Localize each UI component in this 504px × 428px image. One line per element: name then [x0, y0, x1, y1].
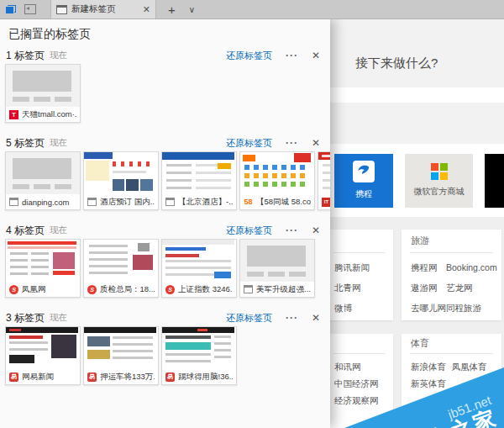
tab-group: 4 标签页现在还原标签页···✕S凤凰网S质检总局：18...S上证指数 324…: [0, 222, 330, 298]
site-link[interactable]: 中国经济网: [334, 376, 379, 393]
site-link[interactable]: 遨游网: [411, 278, 446, 299]
group-more-icon[interactable]: ···: [286, 137, 298, 149]
site-link[interactable]: 同程旅游: [446, 299, 497, 319]
tile-microsoft-store[interactable]: 微软官方商城: [405, 154, 473, 208]
site-link[interactable]: 凤凰体育: [452, 359, 493, 376]
tab-thumbnail-preview: [240, 152, 314, 194]
generic-page-favicon: [9, 198, 18, 206]
site-link[interactable]: 经济观察网: [334, 393, 379, 410]
card-column: [379, 359, 385, 410]
group-more-icon[interactable]: ···: [286, 225, 298, 236]
tab-thumbnail-preview: [6, 240, 80, 282]
tab-thumbnail-card[interactable]: 酒店预订 国内...: [83, 151, 159, 210]
group-close-icon[interactable]: ✕: [312, 137, 320, 149]
tab-thumbnail-title: 上证指数 3246...: [178, 284, 233, 295]
site-link[interactable]: Booking.com: [446, 258, 497, 278]
card-columns: 和讯网中国经济网经济观察网: [330, 354, 393, 410]
generic-page-favicon: [87, 198, 97, 206]
netease-favicon: 易: [165, 373, 175, 382]
group-close-icon[interactable]: ✕: [312, 50, 320, 61]
set-tabs-aside-button[interactable]: [20, 0, 40, 18]
tab-thumbnail-preview: [6, 327, 80, 369]
card-column: 和讯网中国经济网经济观察网: [334, 359, 379, 410]
group-more-icon[interactable]: ···: [286, 50, 298, 61]
group-close-icon[interactable]: ✕: [312, 225, 320, 236]
tabs-set-aside-button[interactable]: [0, 0, 20, 18]
site-link[interactable]: 携程网: [411, 258, 446, 278]
browser-tab[interactable]: 新建标签页 ✕: [50, 0, 156, 18]
tab-thumbnail-card[interactable]: dianping.com: [5, 151, 81, 210]
tabs-set-aside-icon: [5, 5, 16, 14]
card-header: [330, 334, 393, 353]
card-column: 凤凰体育: [452, 359, 493, 393]
tab-thumbnail-card[interactable]: S上证指数 3246...: [161, 239, 237, 298]
tab-thumbnail-preview: [318, 152, 330, 194]
new-tab-heading: 接下来做什么?: [330, 18, 504, 71]
tab-thumbnail-card[interactable]: 易押运车将133万...: [83, 326, 159, 385]
microsoft-logo-icon: [431, 163, 448, 180]
tile-partial[interactable]: [485, 154, 504, 208]
tmall-favicon: T: [9, 110, 18, 119]
ithome-favicon: IT: [322, 198, 330, 207]
tab-thumbnail-card[interactable]: 美军升级超强...: [239, 239, 315, 298]
tab-thumbnail-title: 押运车将133万...: [100, 372, 155, 383]
ctrip-logo-icon: [353, 161, 375, 182]
tab-thumbnail-card[interactable]: 易踢球得用脑!36...: [161, 326, 237, 385]
tab-group-thumbnails: 易网易新闻易押运车将133万...易踢球得用脑!36...: [5, 326, 330, 385]
card-header: 体育: [402, 334, 501, 353]
card-column: 新浪体育新英体育: [411, 359, 452, 393]
tab-thumbnail-card[interactable]: 58【58同城 58.co...: [239, 151, 315, 210]
browser-tab-bar: 新建标签页 ✕ + ∨: [0, 0, 504, 19]
card-columns: 腾讯新闻北青网微博: [330, 253, 393, 319]
tile-ctrip[interactable]: 携程: [334, 154, 393, 208]
tab-group-time: 现在: [50, 312, 67, 324]
site-link[interactable]: 北青网: [334, 278, 370, 299]
site-link[interactable]: 艺龙网: [446, 278, 497, 299]
new-tab-page-icon: [56, 5, 67, 14]
site-link[interactable]: 微博: [334, 299, 370, 319]
site-link[interactable]: 新英体育: [411, 376, 452, 393]
group-more-icon[interactable]: ···: [286, 312, 298, 324]
ifeng-favicon: S: [9, 285, 18, 294]
ms-logo-square: [431, 163, 438, 171]
tab-thumbnail-card[interactable]: 【北京酒店】-...: [161, 151, 237, 210]
new-tab-button[interactable]: +: [168, 3, 176, 17]
tab-thumbnail-caption: 【北京酒店】-...: [162, 194, 236, 209]
tab-thumbnail-card[interactable]: S质检总局：18...: [83, 239, 159, 298]
new-tab-page: 接下来做什么? 携程微软官方商城 腾讯新闻北青网微博旅游携程网遨游网去哪儿网Bo…: [330, 18, 504, 428]
site-link[interactable]: 腾讯新闻: [334, 258, 370, 278]
tab-group-header: 5 标签页现在还原标签页···✕: [0, 135, 330, 151]
tab-thumbnail-card[interactable]: ITIT之...: [318, 151, 330, 210]
58tongcheng-favicon: 58: [244, 198, 253, 207]
tab-thumbnail-card[interactable]: 易网易新闻: [5, 326, 81, 385]
site-link[interactable]: 和讯网: [334, 359, 379, 376]
new-tab-band: [330, 87, 504, 103]
restore-tabs-link[interactable]: 还原标签页: [226, 225, 272, 237]
site-link[interactable]: 新浪体育: [411, 359, 452, 376]
tab-group: 3 标签页现在还原标签页···✕易网易新闻易押运车将133万...易踢球得用脑!…: [0, 309, 330, 385]
tab-preview-chevron-icon[interactable]: ∨: [189, 5, 195, 14]
tab-thumbnail-card[interactable]: T天猫tmall.com·...: [5, 64, 81, 123]
restore-tabs-link[interactable]: 还原标签页: [226, 312, 272, 325]
tile-label: 携程: [355, 188, 372, 200]
site-cards-section: 腾讯新闻北青网微博旅游携程网遨游网去哪儿网Booking.com艺龙网同程旅游 …: [330, 217, 504, 428]
tab-thumbnail-card[interactable]: S凤凰网: [5, 239, 81, 298]
tab-thumbnail-preview: [6, 152, 80, 194]
tab-thumbnail-preview: [84, 152, 158, 194]
restore-tabs-link[interactable]: 还原标签页: [226, 50, 272, 62]
restore-tabs-link[interactable]: 还原标签页: [226, 137, 272, 150]
tab-thumbnail-title: 网易新闻: [22, 372, 54, 383]
close-tab-icon[interactable]: ✕: [143, 4, 150, 15]
card-columns: 新浪体育新英体育凤凰体育: [402, 354, 501, 393]
tab-thumbnail-title: 天猫tmall.com·...: [22, 109, 76, 120]
top-sites-row: 携程微软官方商城: [330, 144, 504, 208]
tab-group-header: 4 标签页现在还原标签页···✕: [0, 222, 330, 239]
tab-group: 5 标签页现在还原标签页···✕dianping.com酒店预订 国内...【北…: [0, 135, 330, 210]
netease-favicon: 易: [9, 373, 18, 382]
tab-thumbnail-preview: [162, 327, 236, 369]
set-tabs-aside-icon: [24, 4, 36, 14]
tab-thumbnail-preview: [84, 327, 158, 369]
tab-thumbnail-title: 凤凰网: [22, 284, 46, 295]
group-close-icon[interactable]: ✕: [312, 312, 320, 324]
site-link[interactable]: 去哪儿网: [411, 299, 446, 319]
